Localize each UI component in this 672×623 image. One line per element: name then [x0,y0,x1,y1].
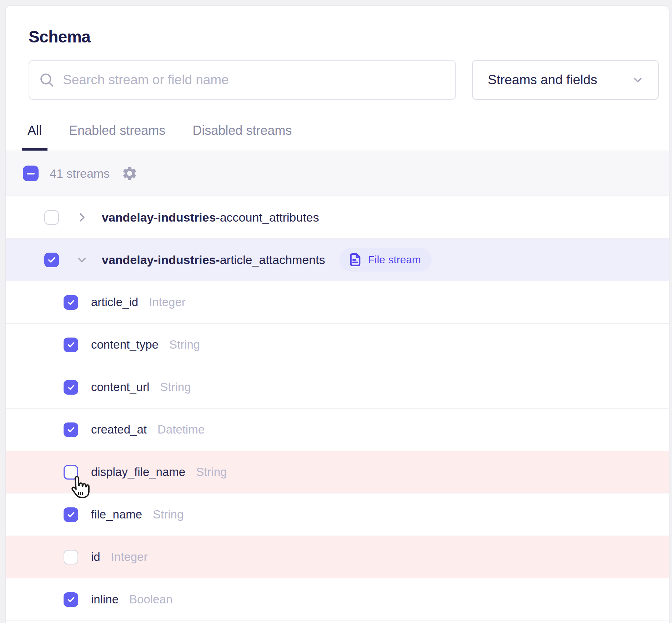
field-checkbox[interactable] [64,550,78,564]
stream-row-article-attachments: vandelay-industries-article_attachments … [6,239,669,281]
field-type: String [196,465,227,479]
page-title: Schema [29,28,646,46]
field-name: id [91,550,100,564]
chevron-down-icon [631,73,645,87]
view-mode-dropdown[interactable]: Streams and fields [472,60,659,100]
file-stream-badge: File stream [339,248,431,272]
settings-gear-icon[interactable] [121,165,138,182]
field-name: inline [91,593,119,606]
field-row-file-name: file_name String [6,493,669,536]
field-row-id: id Integer [6,536,669,578]
field-name: content_url [91,380,149,394]
field-checkbox[interactable] [64,507,78,522]
schema-panel: Schema Streams and fields All Enabled st… [5,5,670,623]
field-name: created_at [91,423,147,436]
chevron-down-icon[interactable] [76,254,88,266]
stream-count: 41 streams [50,167,110,181]
field-checkbox[interactable] [64,380,78,395]
field-checkbox[interactable] [64,465,78,480]
field-type: String [160,380,191,394]
field-checkbox[interactable] [64,422,78,437]
field-row-article-id: article_id Integer [6,281,669,324]
stream-row-account-attributes: vandelay-industries-account_attributes [6,196,669,239]
field-name: content_type [91,338,159,351]
stream-checkbox[interactable] [44,253,59,267]
select-all-checkbox[interactable] [23,166,39,181]
field-checkbox[interactable] [64,338,78,352]
badge-label: File stream [368,254,421,266]
field-row-display-file-name: display_file_name String [6,451,669,493]
file-icon [348,252,363,267]
field-type: Datetime [157,423,205,436]
stream-name: vandelay-industries-account_attributes [102,211,319,224]
tab-bar: All Enabled streams Disabled streams [6,123,669,151]
tab-disabled-streams[interactable]: Disabled streams [187,123,297,151]
stream-name-suffix: account_attributes [220,211,319,224]
field-row-content-type: content_type String [6,324,669,366]
stream-checkbox[interactable] [44,210,59,225]
field-type: String [153,508,184,521]
field-row-inline: inline Boolean [6,578,669,621]
search-icon [39,72,55,88]
field-type: Boolean [129,593,172,606]
field-type: Integer [111,550,148,564]
field-type: Integer [149,295,186,309]
field-checkbox[interactable] [64,295,78,310]
field-name: article_id [91,295,138,309]
streams-toolbar: 41 streams [6,151,669,196]
search-box[interactable] [29,60,456,100]
stream-name: vandelay-industries-article_attachments [102,253,325,267]
stream-name-suffix: article_attachments [220,253,325,267]
stream-name-prefix: vandelay-industries- [102,211,220,224]
field-row-content-url: content_url String [6,366,669,409]
tab-enabled-streams[interactable]: Enabled streams [63,123,171,151]
field-row-created-at: created_at Datetime [6,409,669,451]
tab-all[interactable]: All [22,123,47,151]
view-mode-value: Streams and fields [488,72,597,87]
field-type: String [169,338,200,351]
stream-name-prefix: vandelay-industries- [102,253,220,267]
stream-list: vandelay-industries-account_attributes v… [6,196,669,621]
field-name: display_file_name [91,465,185,479]
field-name: file_name [91,508,142,521]
chevron-right-icon[interactable] [76,211,88,223]
search-input[interactable] [55,72,455,87]
field-checkbox[interactable] [64,592,78,607]
